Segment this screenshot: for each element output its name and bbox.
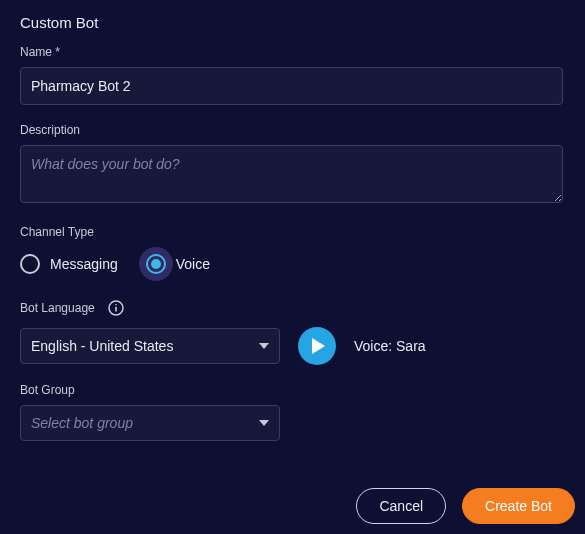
- channel-messaging-label: Messaging: [50, 256, 118, 272]
- cancel-button[interactable]: Cancel: [356, 488, 446, 524]
- radio-checked-icon: [146, 254, 166, 274]
- channel-voice-radio[interactable]: Voice: [146, 247, 210, 281]
- voice-play-button[interactable]: [298, 327, 336, 365]
- create-bot-button[interactable]: Create Bot: [462, 488, 575, 524]
- name-input[interactable]: [20, 67, 563, 105]
- bot-language-label-row: Bot Language: [20, 299, 565, 317]
- description-textarea[interactable]: [20, 145, 563, 203]
- channel-type-label: Channel Type: [20, 225, 565, 239]
- voice-name: Sara: [396, 338, 426, 354]
- channel-type-group: Channel Type Messaging Voice: [20, 225, 565, 281]
- bot-group-select[interactable]: Select bot group: [20, 405, 280, 441]
- description-group: Description: [20, 123, 565, 207]
- bot-group-placeholder: Select bot group: [31, 415, 133, 431]
- section-title: Custom Bot: [20, 14, 565, 31]
- bot-language-controls: English - United States Voice: Sara: [20, 327, 565, 365]
- channel-messaging-radio[interactable]: Messaging: [20, 254, 118, 274]
- voice-label-text: Voice: Sara: [354, 338, 426, 354]
- svg-rect-1: [115, 307, 117, 312]
- radio-unchecked-icon: [20, 254, 40, 274]
- bot-language-selected: English - United States: [31, 338, 173, 354]
- footer-buttons: Cancel Create Bot: [356, 488, 575, 524]
- svg-rect-2: [115, 304, 117, 306]
- radio-selected-halo: [139, 247, 173, 281]
- channel-voice-label: Voice: [176, 256, 210, 272]
- bot-group-group: Bot Group Select bot group: [20, 383, 565, 441]
- description-label: Description: [20, 123, 565, 137]
- bot-language-group: Bot Language English - United States Voi…: [20, 299, 565, 365]
- bot-group-label: Bot Group: [20, 383, 565, 397]
- name-label: Name *: [20, 45, 565, 59]
- name-group: Name *: [20, 45, 565, 105]
- bot-language-label: Bot Language: [20, 301, 95, 315]
- bot-language-select[interactable]: English - United States: [20, 328, 280, 364]
- play-icon: [312, 338, 325, 354]
- channel-type-radios: Messaging Voice: [20, 247, 565, 281]
- radio-dot-icon: [151, 259, 161, 269]
- info-icon[interactable]: [107, 299, 125, 317]
- voice-label-prefix: Voice:: [354, 338, 392, 354]
